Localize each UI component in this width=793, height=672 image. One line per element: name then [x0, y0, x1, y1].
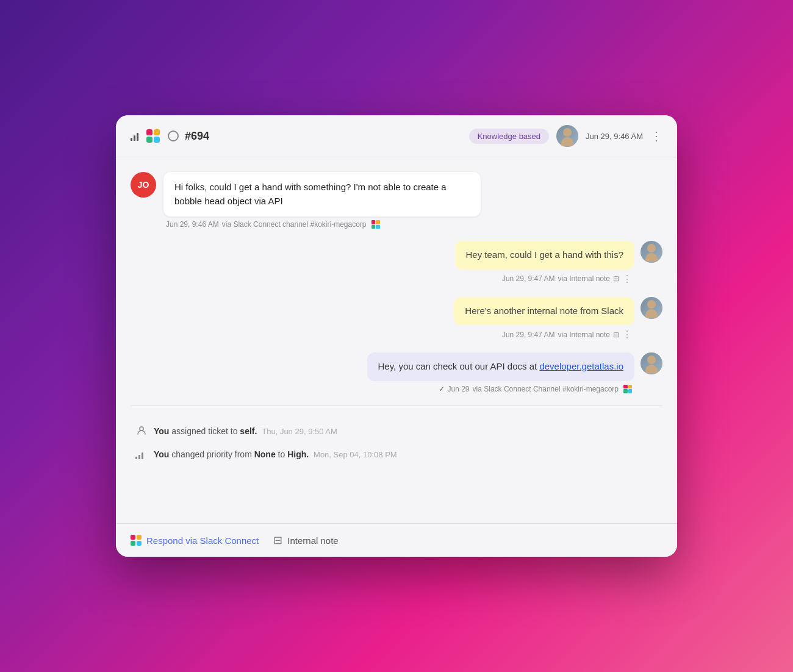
message-incoming: JO Hi folks, could I get a hand with som… [131, 172, 662, 229]
more-message-icon[interactable]: ⋮ [622, 273, 632, 285]
message-meta-right-3: ✓ Jun 29 via Slack Connect Channel #koki… [439, 385, 634, 393]
activity-assign: You assigned ticket to self. Thu, Jun 29… [131, 423, 662, 440]
message-content: Hi folks, could I get a hand with someth… [163, 172, 481, 229]
api-docs-link[interactable]: developer.getatlas.io [539, 361, 623, 371]
message-meta-right-1: Jun 29, 9:47 AM via Internal note ⊟ ⋮ [502, 273, 634, 285]
main-window: #694 Knowledge based Jun 29, 9:46 AM ⋮ J… [116, 115, 677, 557]
note-icon: ⊟ [613, 274, 619, 283]
message-bubble-yellow-1: Hey team, could I get a hand with this? [455, 241, 634, 270]
outgoing-content-2: Here's another internal note from Slack … [454, 297, 634, 341]
sender-avatar: JO [131, 172, 156, 198]
agent-avatar-3 [640, 352, 662, 374]
message-text: Hey, you can check out our API docs at d… [378, 361, 623, 371]
slack-channel-icon-2 [623, 385, 632, 393]
note-btn-label: Internal note [287, 535, 338, 546]
activity-assign-time: Thu, Jun 29, 9:50 AM [262, 427, 337, 436]
activity-section: You assigned ticket to self. Thu, Jun 29… [131, 418, 662, 466]
message-time: Jun 29, 9:47 AM [502, 274, 555, 283]
divider [131, 406, 662, 406]
message-bubble-lavender: Hey, you can check out our API docs at d… [367, 352, 634, 381]
agent-avatar-1 [640, 241, 662, 263]
footer: Respond via Slack Connect ⊟ Internal not… [116, 523, 677, 557]
header-timestamp: Jun 29, 9:46 AM [586, 132, 643, 141]
slack-respond-button[interactable]: Respond via Slack Connect [131, 535, 259, 546]
priority-icon [135, 449, 148, 459]
more-message-icon[interactable]: ⋮ [622, 329, 632, 340]
slack-channel-icon [371, 220, 380, 229]
assign-icon [135, 426, 148, 437]
knowledge-badge[interactable]: Knowledge based [469, 129, 549, 144]
message-outgoing-2: Here's another internal note from Slack … [131, 297, 662, 341]
activity-priority-time: Mon, Sep 04, 10:08 PM [314, 450, 397, 459]
agent-avatar-2 [640, 297, 662, 319]
svg-point-0 [140, 427, 143, 431]
message-bubble: Hi folks, could I get a hand with someth… [163, 172, 481, 216]
avatar [556, 125, 578, 147]
internal-note-button[interactable]: ⊟ Internal note [273, 534, 338, 547]
header-left: #694 [131, 127, 463, 145]
message-time: Jun 29 [448, 385, 470, 393]
message-time: Jun 29, 9:47 AM [502, 331, 555, 339]
note-icon: ⊟ [273, 534, 282, 547]
message-text: Here's another internal note from Slack [465, 306, 623, 316]
message-meta-right-2: Jun 29, 9:47 AM via Internal note ⊟ ⋮ [502, 329, 634, 340]
message-channel: via Internal note [558, 274, 610, 283]
more-options-icon[interactable]: ⋮ [650, 130, 662, 142]
activity-priority-text: You changed priority from None to High. … [154, 449, 397, 459]
status-circle-icon [168, 130, 179, 141]
slack-icon [131, 535, 142, 546]
message-channel: via Slack Connect Channel #kokiri-megaco… [473, 385, 619, 393]
activity-priority: You changed priority from None to High. … [131, 447, 662, 462]
outgoing-content-1: Hey team, could I get a hand with this? … [455, 241, 634, 285]
chat-area: JO Hi folks, could I get a hand with som… [116, 157, 677, 523]
message-bubble-yellow-2: Here's another internal note from Slack [454, 297, 634, 326]
checkmark-icon: ✓ [439, 385, 445, 393]
note-icon: ⊟ [613, 331, 619, 339]
message-outgoing-1: Hey team, could I get a hand with this? … [131, 241, 662, 285]
activity-assign-text: You assigned ticket to self. Thu, Jun 29… [154, 426, 337, 436]
message-meta: Jun 29, 9:46 AM via Slack Connect channe… [163, 220, 481, 229]
message-outgoing-3: Hey, you can check out our API docs at d… [131, 352, 662, 393]
header-right: Knowledge based Jun 29, 9:46 AM ⋮ [469, 125, 662, 147]
message-channel: via Internal note [558, 331, 610, 339]
message-text: Hey team, could I get a hand with this? [466, 249, 623, 260]
outgoing-content-3: Hey, you can check out our API docs at d… [367, 352, 634, 393]
message-text: Hi folks, could I get a hand with someth… [174, 182, 447, 206]
message-channel: via Slack Connect channel #kokiri-megaco… [222, 220, 367, 229]
ticket-id: #694 [185, 130, 209, 143]
signal-icon [131, 131, 138, 141]
header: #694 Knowledge based Jun 29, 9:46 AM ⋮ [116, 115, 677, 157]
message-time: Jun 29, 9:46 AM [166, 220, 219, 229]
slack-btn-label: Respond via Slack Connect [146, 535, 259, 546]
slack-logo-icon [145, 127, 162, 145]
